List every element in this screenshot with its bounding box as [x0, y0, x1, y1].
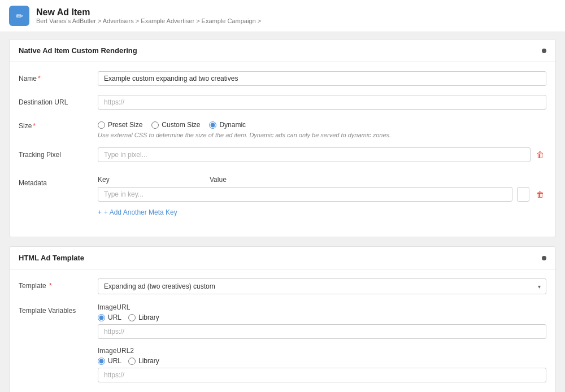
template-select[interactable]: Expanding ad (two creatives) custom [98, 278, 546, 294]
template-vars-label: Template Variables [19, 303, 98, 315]
imageurl2-url-label: URL [108, 357, 121, 365]
template-select-wrap: Expanding ad (two creatives) custom ▾ [98, 278, 546, 294]
section2-header: HTML Ad Template [10, 247, 555, 269]
section2-body: Template * Expanding ad (two creatives) … [10, 269, 555, 392]
section1-body: Name* Example custom expanding ad two cr… [10, 62, 555, 237]
meta-inputs: 🗑 [98, 187, 546, 202]
imageurl2-url-option[interactable]: URL [98, 357, 121, 365]
main-content: Native Ad Item Custom Rendering Name* Ex… [0, 32, 565, 392]
section2-dot [542, 256, 546, 260]
size-custom-option[interactable]: Custom Size [151, 121, 200, 129]
size-preset-option[interactable]: Preset Size [98, 121, 142, 129]
tracking-pixel-row: Tracking Pixel 🗑 [19, 147, 546, 167]
page-title-block: New Ad Item Bert Varies's AdButler > Adv… [36, 7, 261, 24]
imageurl2-row: ImageURL2 URL Library [98, 347, 546, 382]
imageurl-library-label: Library [138, 313, 159, 321]
tracking-pixel-control: 🗑 [98, 147, 546, 167]
section1-title: Native Ad Item Custom Rendering [19, 46, 137, 55]
imageurl2-library-radio[interactable] [128, 358, 136, 365]
metadata-row: Metadata Key Value 🗑 + + Add Another Met… [19, 176, 546, 219]
template-row: Template * Expanding ad (two creatives) … [19, 278, 546, 294]
imageurl-label: ImageURL [98, 303, 546, 311]
size-custom-radio[interactable] [151, 121, 159, 129]
section2-title: HTML Ad Template [19, 254, 84, 262]
meta-key-input[interactable] [98, 187, 512, 202]
size-custom-label: Custom Size [162, 121, 200, 129]
size-dynamic-option[interactable]: Dynamic [209, 121, 246, 129]
imageurl-input[interactable] [98, 324, 546, 339]
imageurl2-input[interactable] [98, 368, 546, 382]
delete-meta-button[interactable]: 🗑 [534, 189, 546, 200]
size-preset-radio[interactable] [98, 121, 105, 129]
destination-url-control [98, 95, 546, 110]
imageurl2-label: ImageURL2 [98, 347, 546, 355]
html-ad-section: HTML Ad Template Template * Expanding ad… [9, 246, 556, 392]
size-dynamic-radio[interactable] [209, 121, 216, 129]
breadcrumb: Bert Varies's AdButler > Advertisers > E… [36, 18, 261, 24]
name-label: Name* [19, 71, 98, 82]
imageurl2-url-radio[interactable] [98, 358, 105, 365]
page-header: ✏ New Ad Item Bert Varies's AdButler > A… [0, 0, 565, 32]
native-ad-section: Native Ad Item Custom Rendering Name* Ex… [9, 39, 556, 237]
imageurl-library-radio[interactable] [128, 314, 136, 321]
size-control: Preset Size Custom Size Dynamic Use exte… [98, 119, 546, 138]
imageurl2-radio-group: URL Library [98, 357, 546, 365]
page-title: New Ad Item [36, 7, 261, 18]
meta-value-input[interactable] [517, 187, 529, 202]
delete-pixel-button[interactable]: 🗑 [534, 149, 546, 160]
name-row: Name* Example custom expanding ad two cr… [19, 71, 546, 86]
size-hint: Use external CSS to determine the size o… [98, 132, 546, 138]
pixel-input-row: 🗑 [98, 147, 546, 162]
add-meta-label: + Add Another Meta Key [104, 208, 177, 216]
name-control: Example custom expanding ad two creative… [98, 71, 546, 86]
imageurl-url-radio[interactable] [98, 314, 105, 321]
tracking-pixel-input[interactable] [98, 147, 531, 162]
destination-url-label: Destination URL [19, 95, 98, 106]
add-meta-key-button[interactable]: + + Add Another Meta Key [98, 206, 177, 219]
tracking-pixel-label: Tracking Pixel [19, 147, 98, 159]
imageurl2-library-option[interactable]: Library [128, 357, 159, 365]
template-vars-content: ImageURL URL Library [98, 303, 546, 390]
edit-icon: ✏ [16, 11, 23, 21]
imageurl-url-option[interactable]: URL [98, 313, 121, 321]
imageurl-url-label: URL [108, 313, 121, 321]
section1-header: Native Ad Item Custom Rendering [10, 40, 555, 62]
section1-dot [542, 49, 546, 53]
imageurl-radio-group: URL Library [98, 313, 546, 321]
page-icon: ✏ [9, 6, 29, 26]
size-dynamic-label: Dynamic [219, 121, 246, 129]
plus-icon: + [98, 208, 102, 216]
meta-value-header: Value [210, 176, 546, 184]
size-preset-label: Preset Size [108, 121, 142, 129]
name-input[interactable]: Example custom expanding ad two creative… [98, 71, 546, 86]
template-vars-row: Template Variables ImageURL URL [19, 303, 546, 390]
template-label: Template * [19, 278, 98, 290]
imageurl-library-option[interactable]: Library [128, 313, 159, 321]
imageurl-row: ImageURL URL Library [98, 303, 546, 339]
destination-url-input[interactable] [98, 95, 546, 110]
metadata-label: Metadata [19, 176, 98, 187]
template-control: Expanding ad (two creatives) custom ▾ [98, 278, 546, 294]
metadata-headers: Key Value [98, 176, 546, 184]
size-label: Size* [19, 119, 98, 130]
destination-url-row: Destination URL [19, 95, 546, 110]
metadata-control: Key Value 🗑 + + Add Another Meta Key [98, 176, 546, 219]
imageurl2-library-label: Library [138, 357, 159, 365]
size-row: Size* Preset Size Custom Size [19, 119, 546, 138]
meta-key-header: Key [98, 176, 205, 184]
size-radio-group: Preset Size Custom Size Dynamic [98, 119, 546, 129]
